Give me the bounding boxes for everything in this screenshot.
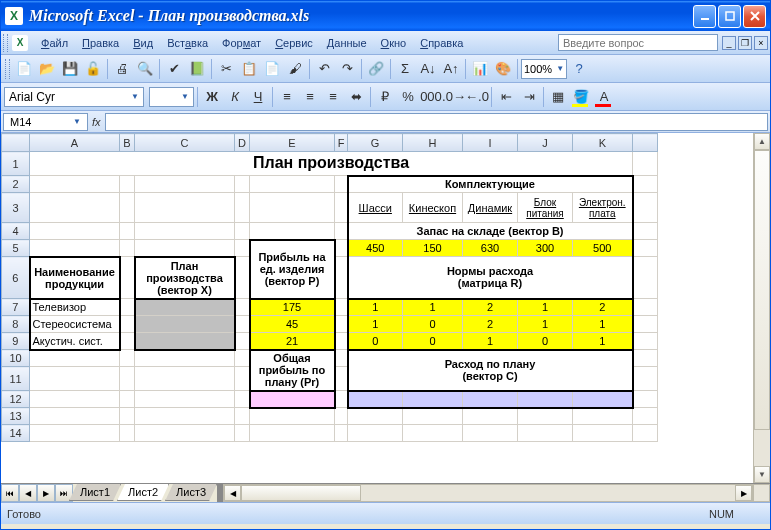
italic-button[interactable]: К <box>224 86 246 108</box>
cell[interactable]: Прибыль на ед. изделия (вектор P) <box>250 240 335 299</box>
cell[interactable]: Кинескоп <box>403 193 463 223</box>
menu-insert[interactable]: Вставка <box>160 35 215 51</box>
cell[interactable]: 175 <box>250 299 335 316</box>
sheet-tab[interactable]: Лист3 <box>165 484 217 501</box>
column-header[interactable]: E <box>250 134 335 152</box>
cell[interactable] <box>135 333 235 350</box>
scroll-left-button[interactable]: ◀ <box>224 485 241 501</box>
new-button[interactable]: 📄 <box>13 58 35 80</box>
cell[interactable]: Шасси <box>348 193 403 223</box>
sheet-tab-active[interactable]: Лист2 <box>117 484 169 501</box>
help-search-input[interactable] <box>558 34 718 51</box>
font-size-combo[interactable]: ▼ <box>149 87 194 107</box>
row-header[interactable]: 5 <box>2 240 30 257</box>
merge-center-button[interactable]: ⬌ <box>345 86 367 108</box>
column-header[interactable]: G <box>348 134 403 152</box>
cell[interactable]: 450 <box>348 240 403 257</box>
row-header[interactable]: 8 <box>2 316 30 333</box>
tab-nav-prev-button[interactable]: ◀ <box>19 484 37 502</box>
cell[interactable]: 150 <box>403 240 463 257</box>
cell[interactable]: Блок питания <box>518 193 573 223</box>
column-header[interactable]: K <box>573 134 633 152</box>
column-header[interactable]: I <box>463 134 518 152</box>
cell[interactable]: 0 <box>403 333 463 350</box>
cell[interactable]: 1 <box>573 316 633 333</box>
column-header[interactable]: B <box>120 134 135 152</box>
menu-tools[interactable]: Сервис <box>268 35 320 51</box>
cell[interactable]: Динамик <box>463 193 518 223</box>
print-preview-button[interactable]: 🔍 <box>134 58 156 80</box>
print-button[interactable]: 🖨 <box>111 58 133 80</box>
menu-help[interactable]: Справка <box>413 35 470 51</box>
zoom-combo[interactable]: 100%▼ <box>521 59 567 79</box>
column-header[interactable]: C <box>135 134 235 152</box>
cell[interactable]: 1 <box>463 333 518 350</box>
row-header[interactable]: 13 <box>2 408 30 425</box>
cell[interactable]: Общая прибыль по плану (Pr) <box>250 350 335 391</box>
decrease-decimal-button[interactable]: ←.0 <box>466 86 488 108</box>
undo-button[interactable]: ↶ <box>313 58 335 80</box>
column-header[interactable]: F <box>335 134 348 152</box>
column-header[interactable]: D <box>235 134 250 152</box>
autosum-button[interactable]: Σ <box>394 58 416 80</box>
name-box[interactable]: M14▼ <box>3 113 88 131</box>
row-header[interactable]: 4 <box>2 223 30 240</box>
menu-file[interactable]: Файл <box>34 35 75 51</box>
menu-format[interactable]: Формат <box>215 35 268 51</box>
doc-minimize-button[interactable]: _ <box>722 36 736 50</box>
scroll-right-button[interactable]: ▶ <box>735 485 752 501</box>
cell[interactable]: 0 <box>403 316 463 333</box>
formula-input[interactable] <box>105 113 768 131</box>
cell[interactable]: Расход по плану(вектор C) <box>348 350 633 391</box>
tab-nav-next-button[interactable]: ▶ <box>37 484 55 502</box>
cell[interactable]: 2 <box>463 316 518 333</box>
font-color-button[interactable]: A <box>593 86 615 108</box>
toolbar-handle[interactable] <box>3 34 8 52</box>
decrease-indent-button[interactable]: ⇤ <box>495 86 517 108</box>
cell[interactable] <box>518 391 573 408</box>
row-header[interactable]: 7 <box>2 299 30 316</box>
currency-button[interactable]: ₽ <box>374 86 396 108</box>
format-painter-button[interactable]: 🖌 <box>284 58 306 80</box>
column-header[interactable]: A <box>30 134 120 152</box>
align-right-button[interactable]: ≡ <box>322 86 344 108</box>
cell[interactable]: Наименование продукции <box>30 257 120 299</box>
drawing-button[interactable]: 🎨 <box>492 58 514 80</box>
cell[interactable]: Телевизор <box>30 299 120 316</box>
cell[interactable]: 1 <box>348 299 403 316</box>
fill-color-button[interactable]: 🪣 <box>570 86 592 108</box>
cell[interactable]: Запас на складе (вектор B) <box>348 223 633 240</box>
spellcheck-button[interactable]: ✔ <box>163 58 185 80</box>
copy-button[interactable]: 📋 <box>238 58 260 80</box>
maximize-button[interactable] <box>718 5 741 28</box>
scroll-down-button[interactable]: ▼ <box>754 466 770 483</box>
menu-window[interactable]: Окно <box>374 35 414 51</box>
cell[interactable]: 1 <box>403 299 463 316</box>
cell[interactable] <box>403 391 463 408</box>
column-header[interactable] <box>633 134 658 152</box>
fx-button[interactable]: fx <box>92 116 101 128</box>
cell[interactable]: 2 <box>573 299 633 316</box>
cell[interactable]: 500 <box>573 240 633 257</box>
scroll-up-button[interactable]: ▲ <box>754 133 770 150</box>
sort-desc-button[interactable]: A↑ <box>440 58 462 80</box>
close-button[interactable] <box>743 5 766 28</box>
row-header[interactable]: 10 <box>2 350 30 367</box>
cell[interactable] <box>348 391 403 408</box>
menu-view[interactable]: Вид <box>126 35 160 51</box>
horizontal-scrollbar[interactable]: ◀ ▶ <box>223 484 753 502</box>
menu-data[interactable]: Данные <box>320 35 374 51</box>
toolbar-handle[interactable] <box>5 59 10 79</box>
doc-restore-button[interactable]: ❐ <box>738 36 752 50</box>
row-header[interactable]: 6 <box>2 257 30 299</box>
cell[interactable]: 45 <box>250 316 335 333</box>
cell[interactable]: 300 <box>518 240 573 257</box>
paste-button[interactable]: 📄 <box>261 58 283 80</box>
row-header[interactable]: 12 <box>2 391 30 408</box>
menu-edit[interactable]: Правка <box>75 35 126 51</box>
cell[interactable]: Акустич. сист. <box>30 333 120 350</box>
row-header[interactable]: 1 <box>2 152 30 176</box>
cell[interactable] <box>463 391 518 408</box>
row-header[interactable]: 3 <box>2 193 30 223</box>
cell[interactable]: 21 <box>250 333 335 350</box>
